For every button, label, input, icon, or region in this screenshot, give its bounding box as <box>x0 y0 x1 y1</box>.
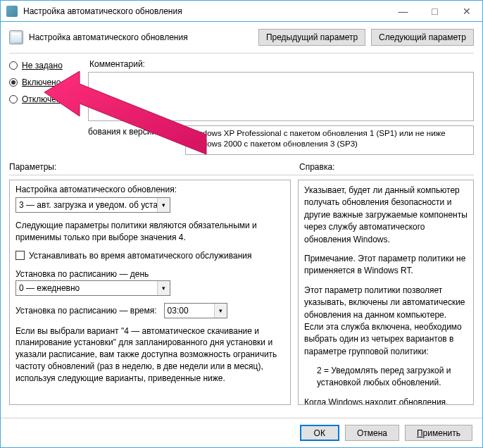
help-panel: Указывает, будет ли данный компьютер пол… <box>298 180 474 405</box>
help-paragraph: Примечание. Этот параметр политики не пр… <box>304 253 468 278</box>
close-button[interactable]: ✕ <box>451 1 482 21</box>
version-box: Windows XP Professional с пакетом обновл… <box>185 125 474 155</box>
window-icon <box>6 6 18 17</box>
cancel-button[interactable]: Отмена <box>345 425 399 441</box>
mandatory-note: Следующие параметры политики являются об… <box>15 220 284 244</box>
previous-setting-button[interactable]: Предыдущий параметр <box>258 29 365 46</box>
params-panel: Настройка автоматического обновления: 3 … <box>9 180 291 405</box>
radio-not-configured[interactable]: Не задано <box>9 61 80 70</box>
section-labels: Параметры: Справка: <box>1 155 482 173</box>
comment-textarea[interactable] <box>88 72 474 121</box>
schedule-time-row: Установка по расписанию — время: 03:00 ▾ <box>15 303 284 318</box>
checkbox-icon <box>15 251 25 260</box>
maintenance-checkbox-row[interactable]: Устанавливать во время автоматического о… <box>15 251 284 261</box>
dropdown-value: 3 — авт. загрузка и уведом. об устан <box>16 200 157 210</box>
header-row: Настройка автоматического обновления Пре… <box>1 22 482 50</box>
state-radios: Не задано Включено Отключено <box>9 59 80 155</box>
radio-circle-icon <box>9 95 18 104</box>
comment-label: Комментарий: <box>88 59 474 69</box>
radio-label: Отключено <box>22 94 65 104</box>
window-title: Настройка автоматического обновления <box>23 6 387 16</box>
radio-enabled[interactable]: Включено <box>9 77 80 87</box>
policy-title: Настройка автоматического обновления <box>29 32 253 42</box>
dropdown-value: 0 — ежедневно <box>16 283 157 293</box>
comment-column: Комментарий: бования к версии: Windows X… <box>88 59 474 155</box>
help-option: 2 = Уведомлять перед загрузкой и установ… <box>304 365 468 390</box>
state-row: Не задано Включено Отключено Комментарий… <box>1 59 482 155</box>
update-mode-dropdown[interactable]: 3 — авт. загрузка и уведом. об устан ▾ <box>15 197 170 213</box>
schedule-day-dropdown[interactable]: 0 — ежедневно ▾ <box>15 280 170 296</box>
minimize-button[interactable]: — <box>387 1 419 21</box>
radio-label: Включено <box>22 77 61 87</box>
help-paragraph: Когда Windows находит обновления, <box>304 397 468 405</box>
titlebar: Настройка автоматического обновления — □… <box>1 1 482 22</box>
chevron-down-icon: ▾ <box>157 281 170 295</box>
help-paragraph: Этот параметр политики позволяет указыва… <box>304 285 468 358</box>
help-paragraph: Указывает, будет ли данный компьютер пол… <box>304 185 468 246</box>
bottom-bar: ОК Отмена Применить <box>1 418 482 447</box>
window-controls: — □ ✕ <box>387 1 482 21</box>
schedule-time-dropdown[interactable]: 03:00 ▾ <box>164 303 227 318</box>
frequency-note: Если вы выбрали вариант "4 — автоматичес… <box>15 325 284 385</box>
ok-button[interactable]: ОК <box>300 425 339 441</box>
radio-circle-icon <box>9 61 18 70</box>
checkbox-label: Устанавливать во время автоматического о… <box>29 251 252 261</box>
main-panels: Настройка автоматического обновления: 3 … <box>1 180 482 405</box>
apply-suffix: рименить <box>423 428 460 438</box>
update-mode-label: Настройка автоматического обновления: <box>15 185 284 194</box>
help-section-label: Справка: <box>291 162 334 172</box>
radio-label: Не задано <box>22 61 63 70</box>
radio-disabled[interactable]: Отключено <box>9 94 80 104</box>
divider <box>9 53 474 54</box>
params-section-label: Параметры: <box>9 162 291 172</box>
schedule-time-label: Установка по расписанию — время: <box>15 306 157 316</box>
next-setting-button[interactable]: Следующий параметр <box>371 29 474 46</box>
radio-circle-icon <box>9 78 18 87</box>
apply-button[interactable]: Применить <box>405 425 472 441</box>
version-row: бования к версии: Windows XP Professiona… <box>88 125 474 155</box>
dropdown-value: 03:00 <box>165 306 214 316</box>
schedule-day-label: Установка по расписанию — день <box>15 269 284 279</box>
policy-icon <box>9 30 23 44</box>
divider <box>9 175 474 175</box>
maximize-button[interactable]: □ <box>419 1 451 21</box>
chevron-down-icon: ▾ <box>157 198 170 212</box>
chevron-down-icon: ▾ <box>214 304 227 318</box>
version-label: бования к версии: <box>88 125 180 155</box>
